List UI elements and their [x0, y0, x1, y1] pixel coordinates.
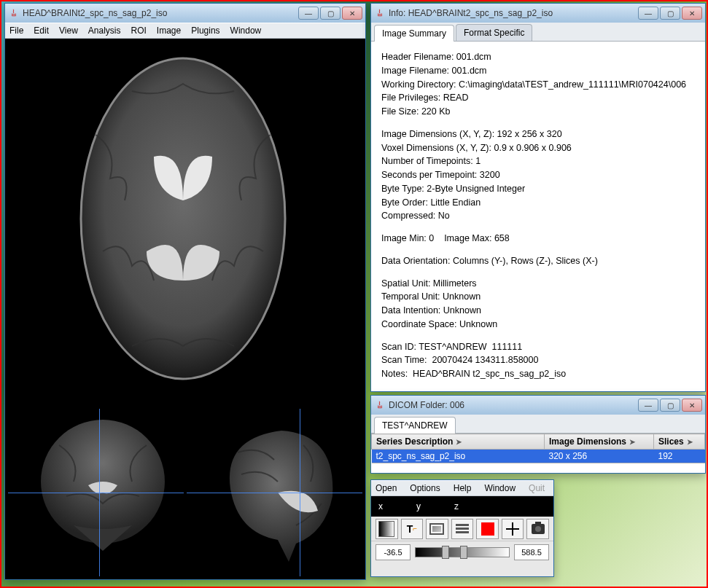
col-series-description[interactable]: Series Description➤: [372, 434, 545, 450]
tab-image-summary[interactable]: Image Summary: [374, 25, 454, 42]
slider-thumb-high[interactable]: [460, 546, 467, 559]
menu-quit[interactable]: Quit: [529, 483, 545, 493]
info-text: Header Filename: 001.dcm Image Filename:…: [371, 42, 705, 390]
menu-file[interactable]: File: [9, 26, 23, 36]
info-line: Scan ID: TEST^ANDREW 111111: [381, 342, 522, 352]
info-titlebar[interactable]: Info: HEAD^BRAINt2_spc_ns_sag_p2_iso — ▢…: [371, 4, 705, 23]
menu-options[interactable]: Options: [410, 483, 440, 493]
info-line: Data Orientation: Columns (Y-), Rows (Z-…: [381, 256, 598, 266]
crosshair-horizontal: [187, 493, 362, 493]
close-button[interactable]: ✕: [342, 7, 362, 20]
series-table: Series Description➤ Image Dimensions➤ Sl…: [371, 434, 705, 463]
table-row[interactable]: t2_spc_ns_sag_p2_iso 320 x 256 192: [372, 450, 705, 463]
crosshair-tool[interactable]: [502, 519, 524, 539]
record-tool[interactable]: [476, 519, 499, 539]
image-bounds-tool[interactable]: [426, 519, 448, 539]
info-line: Temporal Unit: Unknown: [381, 291, 481, 302]
sagittal-view[interactable]: [187, 409, 362, 576]
menu-image[interactable]: Image: [157, 26, 181, 36]
menu-analysis[interactable]: Analysis: [88, 26, 121, 36]
axial-view[interactable]: [8, 42, 362, 406]
info-line: Byte Order: Little Endian: [381, 197, 481, 208]
info-line: File Privileges: READ: [381, 93, 468, 103]
info-line: Compressed: No: [381, 211, 450, 221]
tab-patient[interactable]: TEST^ANDREW: [374, 417, 456, 434]
menu-view[interactable]: View: [59, 26, 78, 36]
lines-icon: [456, 524, 469, 533]
info-line: Notes: HEAD^BRAIN t2_spc_ns_sag_p2_iso: [381, 369, 566, 379]
tab-format-specific[interactable]: Format Specific: [456, 24, 532, 41]
bounds-icon: [429, 523, 444, 535]
info-line: Image Dimensions (X, Y, Z): 192 x 256 x …: [381, 129, 562, 139]
close-button[interactable]: ✕: [682, 7, 702, 20]
folder-content: TEST^ANDREW Series Description➤ Image Di…: [371, 415, 705, 473]
crosshair-horizontal: [8, 493, 184, 493]
info-line: Seconds per Timepoint: 3200: [381, 170, 500, 180]
info-line: Data Intention: Unknown: [381, 305, 481, 315]
java-icon: [374, 399, 386, 411]
window-level-slider-row: -36.5 588.5: [371, 541, 553, 563]
maximize-button[interactable]: ▢: [320, 7, 341, 20]
coord-y: y: [416, 501, 421, 511]
menu-edit[interactable]: Edit: [34, 26, 49, 36]
snapshot-tool[interactable]: [526, 519, 549, 539]
maximize-button[interactable]: ▢: [660, 399, 680, 412]
info-line: Image Min: 0 Image Max: 658: [381, 233, 510, 243]
minimize-button[interactable]: —: [638, 399, 658, 412]
list-tool[interactable]: [451, 519, 474, 539]
camera-icon: [532, 524, 545, 534]
close-button[interactable]: ✕: [682, 399, 702, 412]
coronal-view[interactable]: [8, 409, 184, 576]
col-slices[interactable]: Slices➤: [654, 434, 705, 450]
menu-open[interactable]: Open: [376, 483, 397, 493]
cell-slices: 192: [654, 450, 705, 463]
slider-thumb-low[interactable]: [442, 546, 449, 559]
text-tool[interactable]: T⌐: [401, 519, 424, 539]
menu-window[interactable]: Window: [484, 483, 516, 493]
contrast-tool[interactable]: [376, 519, 398, 539]
cell-dims: 320 x 256: [545, 450, 654, 463]
sort-icon: ➤: [687, 438, 693, 446]
viewer-titlebar[interactable]: HEAD^BRAINt2_spc_ns_sag_p2_iso — ▢ ✕: [5, 4, 365, 23]
maximize-button[interactable]: ▢: [660, 7, 680, 20]
folder-titlebar[interactable]: DICOM Folder: 006 — ▢ ✕: [371, 396, 705, 415]
info-line: Header Filename: 001.dcm: [381, 52, 491, 62]
viewer-window: HEAD^BRAINt2_spc_ns_sag_p2_iso — ▢ ✕ Fil…: [4, 3, 366, 580]
info-tabstrip: Image Summary Format Specific: [371, 23, 705, 42]
menu-window[interactable]: Window: [230, 26, 262, 36]
info-line: Coordinate Space: Unknown: [381, 319, 497, 329]
gradient-icon: [378, 521, 394, 537]
info-content: Image Summary Format Specific Header Fil…: [371, 23, 705, 391]
viewer-body: [5, 39, 365, 579]
coord-readout: x y z: [371, 496, 553, 517]
info-line: Image Filename: 001.dcm: [381, 66, 487, 76]
toolbar: T⌐: [371, 517, 553, 541]
info-line: Voxel Dimensions (X, Y, Z): 0.9 x 0.906 …: [381, 143, 572, 153]
brain-axial-image: [74, 47, 292, 390]
menu-roi[interactable]: ROI: [131, 26, 147, 36]
folder-window: DICOM Folder: 006 — ▢ ✕ TEST^ANDREW Seri…: [370, 395, 706, 474]
window-level-slider[interactable]: [415, 547, 510, 557]
menu-help[interactable]: Help: [454, 483, 472, 493]
info-line: Number of Timepoints: 1: [381, 156, 481, 166]
minimize-button[interactable]: —: [638, 7, 658, 20]
table-header-row: Series Description➤ Image Dimensions➤ Sl…: [372, 434, 705, 450]
info-line: File Size: 220 Kb: [381, 106, 451, 117]
red-square-icon: [481, 522, 494, 536]
minimize-button[interactable]: —: [298, 7, 319, 20]
info-line: Byte Type: 2-Byte Unsigned Integer: [381, 184, 525, 194]
slider-max-value[interactable]: 588.5: [514, 544, 549, 560]
slider-min-value[interactable]: -36.5: [376, 544, 411, 560]
sort-icon: ➤: [629, 438, 635, 446]
coord-x: x: [378, 501, 383, 511]
col-image-dimensions[interactable]: Image Dimensions➤: [545, 434, 654, 450]
folder-title: DICOM Folder: 006: [389, 400, 638, 410]
viewer-menubar: File Edit View Analysis ROI Image Plugin…: [5, 23, 365, 39]
info-line: Scan Time: 20070424 134311.858000: [381, 355, 538, 365]
folder-tabstrip: TEST^ANDREW: [371, 415, 705, 434]
sort-icon: ➤: [456, 438, 462, 446]
menu-plugins[interactable]: Plugins: [191, 26, 219, 36]
info-window: Info: HEAD^BRAINt2_spc_ns_sag_p2_iso — ▢…: [370, 3, 706, 392]
info-line: Spatial Unit: Millimeters: [381, 278, 477, 289]
java-icon: [374, 7, 386, 19]
